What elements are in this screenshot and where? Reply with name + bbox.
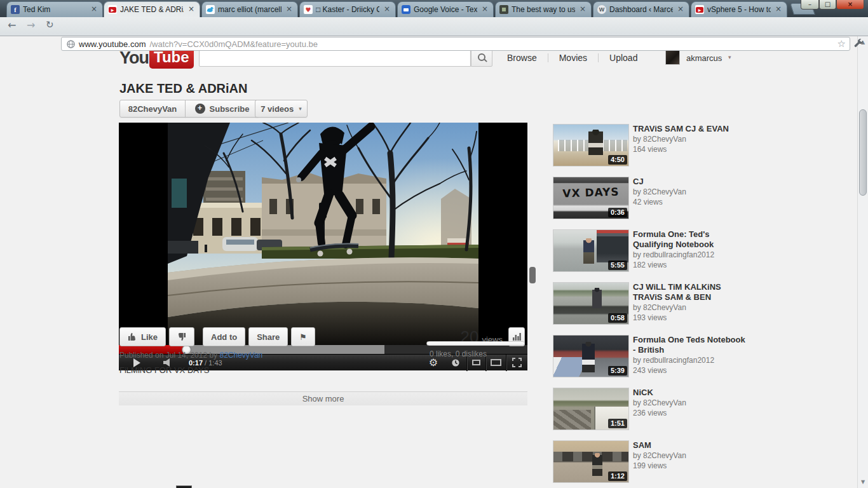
wrench-menu-icon[interactable] [853,37,864,49]
tab-dashboard[interactable]: W Dashboard ‹ Marcell × [593,1,689,17]
tab-ted-kim[interactable]: f Ted Kim × [6,1,103,17]
add-to-button[interactable]: Add to [203,327,245,346]
related-video-channel: by 82ChevyVan [633,398,747,408]
window-minimize-button[interactable]: – [801,0,819,10]
clock-icon [451,358,460,367]
thumbnail[interactable]: VX DAYS 0:36 [553,177,629,219]
thumbnail[interactable]: 5:55 [553,229,629,272]
google-voice-icon [402,5,410,14]
duration-badge: 0:36 [608,208,627,217]
fullscreen-icon [512,358,522,367]
like-button[interactable]: Like [119,327,166,346]
chevron-down-icon: ▾ [299,105,302,112]
thumbnail-art [583,238,594,264]
plus-icon: + [195,104,205,114]
heart-icon: ♥ [304,5,313,14]
tab-google-voice[interactable]: Google Voice - Texts × [397,1,494,17]
related-video-channel: by 82ChevyVan [633,451,747,461]
related-video-title[interactable]: NiCK [633,388,747,398]
related-video-title[interactable]: CJ [633,177,747,187]
browser-tab-strip: f Ted Kim × ▶ JAKE TED & ADRiAN × marc e… [0,0,868,17]
related-video-views: 182 views [633,260,747,270]
related-video-item[interactable]: 5:39 Formula One Teds Notebook - British… [553,335,750,379]
tab-close-icon[interactable]: × [676,5,685,14]
thumbs-up-icon [128,332,137,341]
related-video-title[interactable]: SAM [633,440,747,451]
forward-icon[interactable]: → [27,19,35,31]
scroll-down-icon[interactable]: ▼ [858,479,868,485]
tab-title: The best way to use [512,5,575,14]
playlist-label: 7 videos [261,104,294,114]
related-video-title[interactable]: TRAViS SAM CJ & EVAN [633,124,747,134]
nav-movies[interactable]: Movies [548,53,598,63]
tab-close-icon[interactable]: × [285,5,294,14]
tab-close-icon[interactable]: × [774,5,783,14]
tab-title: marc elliot (marcellio [218,5,281,14]
tab-title: JAKE TED & ADRiAN [120,5,184,14]
show-more-button[interactable]: Show more [119,391,527,405]
thumbnail-art [553,410,591,430]
scrollbar-thumb[interactable] [859,109,867,196]
reload-icon[interactable]: ↻ [46,19,54,30]
related-video-title[interactable]: Formula One Teds Notebook - British [633,335,747,355]
tab-jake-ted-adrian[interactable]: ▶ JAKE TED & ADRiAN × [104,1,200,17]
thumbnail[interactable]: 1:51 [553,388,629,430]
dislike-button[interactable] [169,327,194,346]
user-avatar[interactable] [665,50,680,65]
related-video-item[interactable]: 5:55 Formula One: Ted's Qualifying Noteb… [553,229,750,274]
page-scrollbar[interactable]: ▲ ▼ [857,36,868,488]
video-info: Formula One: Ted's Qualifying Notebook b… [633,229,747,270]
nav-upload[interactable]: Upload [599,53,648,63]
window-maximize-button[interactable]: □ [819,0,836,10]
flag-button[interactable]: ⚑ [291,327,315,346]
video-info: NiCK by 82ChevyVan 236 views [633,388,747,418]
tab-close-icon[interactable]: × [187,5,196,14]
duration-badge: 4:50 [608,155,627,165]
related-video-item[interactable]: 1:51 NiCK by 82ChevyVan 236 views [553,388,750,432]
tab-close-icon[interactable]: × [578,5,587,14]
video-description: FiLMiNG FOR VX DAYS [119,365,418,375]
channel-link[interactable]: 82ChevyVan [219,351,262,360]
bar-chart-icon [512,332,521,341]
subscribe-button[interactable]: + Subscribe [185,100,259,118]
related-video-item[interactable]: 0:58 CJ WiLL TiM KALKiNS TRAViS SAM & BE… [553,282,750,327]
tab-marc-elliot[interactable]: marc elliot (marcellio × [201,1,298,17]
back-icon[interactable]: ← [8,19,16,31]
video-screen[interactable] [119,123,527,345]
username[interactable]: akmarcus [686,53,722,63]
fullscreen-button[interactable] [506,355,527,371]
related-video-views: 193 views [633,313,747,323]
tab-vsphere[interactable]: ▶ vSphere 5 - How to × [691,1,787,17]
share-button[interactable]: Share [248,327,288,346]
related-video-views: 236 views [633,408,747,418]
related-video-title[interactable]: CJ WiLL TiM KALKiNS TRAViS SAM & BEN [633,282,747,302]
tab-close-icon[interactable]: × [383,5,391,14]
window-close-button[interactable]: × [836,0,864,10]
bookmark-star-icon[interactable]: ☆ [837,38,846,50]
tab-close-icon[interactable]: × [90,5,98,14]
thumbnail[interactable]: 1:12 [553,440,629,483]
thumbnail[interactable]: 0:58 [553,282,629,325]
user-menu-caret-icon[interactable]: ▾ [728,54,731,60]
related-video-item[interactable]: VX DAYS 0:36 CJ by 82ChevyVan 42 views [553,177,750,221]
top-navigation: Browse Movies Upload [507,53,648,63]
tab-kaster[interactable]: ♥ □ Kaster - Driicky C × [299,1,396,17]
thumbnail[interactable]: 5:39 [553,335,629,377]
wide-player-button[interactable] [485,355,506,371]
thumbnail[interactable]: 4:50 [553,124,629,166]
window-controls: – □ × [801,0,864,10]
address-bar[interactable]: www.youtube.com/watch?v=CCX0d0mQADM&feat… [61,37,850,51]
related-video-views: 42 views [633,197,747,207]
tab-best-way[interactable]: The best way to use × [495,1,592,17]
thumbnail-art [582,342,595,372]
channel-button[interactable]: 82ChevyVan [119,100,186,118]
nav-browse[interactable]: Browse [507,53,548,63]
related-video-title[interactable]: Formula One: Ted's Qualifying Notebook [633,229,747,250]
related-video-item[interactable]: 1:12 SAM by 82ChevyVan 199 views [553,440,750,485]
thumbnail-text: VX DAYS [553,185,629,200]
thumbnail-art [592,288,601,309]
playlist-dropdown-button[interactable]: 7 videos ▾ [255,100,308,118]
youtube-icon: ▶ [695,5,704,14]
tab-close-icon[interactable]: × [480,5,489,14]
related-video-item[interactable]: 4:50 TRAViS SAM CJ & EVAN by 82ChevyVan … [553,124,750,168]
